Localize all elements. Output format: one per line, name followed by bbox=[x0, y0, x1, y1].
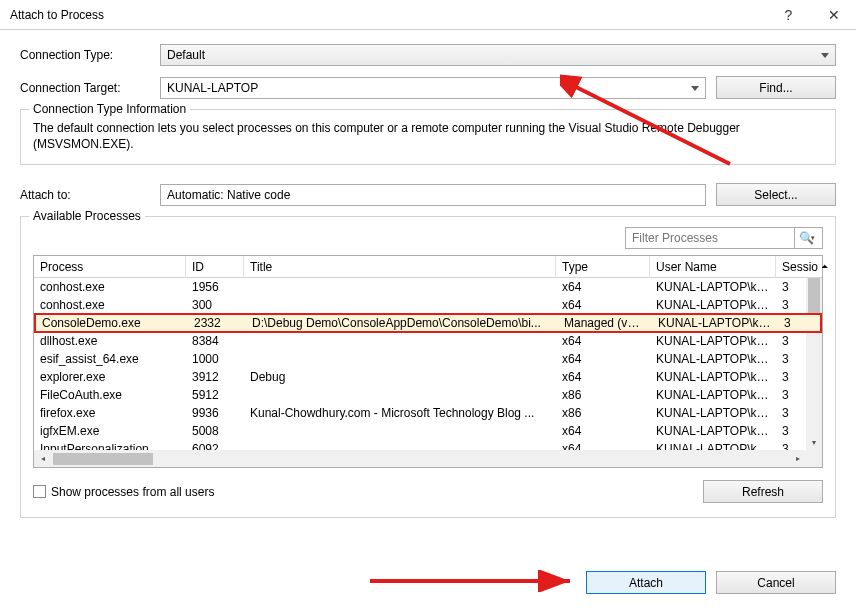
cell-user: KUNAL-LAPTOP\kunal bbox=[650, 424, 776, 438]
cell-type: x64 bbox=[556, 352, 650, 366]
cell-id: 5912 bbox=[186, 388, 244, 402]
table-row[interactable]: ConsoleDemo.exe2332D:\Debug Demo\Console… bbox=[34, 313, 822, 333]
connection-target-label: Connection Target: bbox=[20, 81, 160, 95]
cell-user: KUNAL-LAPTOP\kunal bbox=[650, 442, 776, 450]
table-row[interactable]: firefox.exe9936Kunal-Chowdhury.com - Mic… bbox=[34, 404, 822, 422]
help-button[interactable]: ? bbox=[766, 0, 811, 30]
table-row[interactable]: InputPersonalization6092x64KUNAL-LAPTOP\… bbox=[34, 440, 822, 450]
cell-type: x64 bbox=[556, 280, 650, 294]
attach-to-label: Attach to: bbox=[20, 188, 160, 202]
table-row[interactable]: igfxEM.exe5008x64KUNAL-LAPTOP\kunal3 bbox=[34, 422, 822, 440]
attach-button[interactable]: Attach bbox=[586, 571, 706, 594]
col-id[interactable]: ID bbox=[186, 256, 244, 278]
vertical-scrollbar[interactable]: ▾ bbox=[806, 278, 822, 450]
find-button[interactable]: Find... bbox=[716, 76, 836, 99]
table-header: Process ID Title Type User Name Sessio ⏶ bbox=[34, 256, 822, 278]
connection-type-info-group: Connection Type Information The default … bbox=[20, 109, 836, 165]
cell-user: KUNAL-LAPTOP\kunal bbox=[650, 406, 776, 420]
attach-to-value: Automatic: Native code bbox=[167, 188, 290, 202]
cell-process: conhost.exe bbox=[34, 280, 186, 294]
annotation-arrow-2 bbox=[370, 570, 580, 592]
col-user[interactable]: User Name bbox=[650, 256, 776, 278]
cell-process: esif_assist_64.exe bbox=[34, 352, 186, 366]
cell-type: x64 bbox=[556, 370, 650, 384]
scroll-down-icon[interactable]: ▾ bbox=[806, 434, 822, 450]
show-all-checkbox[interactable] bbox=[33, 485, 46, 498]
cell-type: x64 bbox=[556, 334, 650, 348]
table-body: conhost.exe1956x64KUNAL-LAPTOP\kunal3con… bbox=[34, 278, 822, 450]
cell-id: 8384 bbox=[186, 334, 244, 348]
cell-type: x86 bbox=[556, 388, 650, 402]
connection-type-combo[interactable]: Default bbox=[160, 44, 836, 66]
cell-title: D:\Debug Demo\ConsoleAppDemo\ConsoleDemo… bbox=[246, 316, 558, 330]
cell-process: ConsoleDemo.exe bbox=[36, 316, 188, 330]
table-row[interactable]: conhost.exe1956x64KUNAL-LAPTOP\kunal3 bbox=[34, 278, 822, 296]
filter-processes-input[interactable]: Filter Processes 🔍▾ bbox=[625, 227, 823, 249]
scroll-thumb-h[interactable] bbox=[53, 453, 153, 465]
select-button[interactable]: Select... bbox=[716, 183, 836, 206]
cell-user: KUNAL-LAPTOP\kunal bbox=[650, 334, 776, 348]
cell-type: Managed (v4.... bbox=[558, 316, 652, 330]
table-row[interactable]: FileCoAuth.exe5912x86KUNAL-LAPTOP\kunal3 bbox=[34, 386, 822, 404]
connection-target-value: KUNAL-LAPTOP bbox=[167, 81, 258, 95]
cell-process: firefox.exe bbox=[34, 406, 186, 420]
cell-type: x86 bbox=[556, 406, 650, 420]
available-processes-title: Available Processes bbox=[29, 209, 145, 223]
cell-user: KUNAL-LAPTOP\kunal bbox=[650, 298, 776, 312]
cell-process: conhost.exe bbox=[34, 298, 186, 312]
cell-process: InputPersonalization bbox=[34, 442, 186, 450]
cell-id: 1000 bbox=[186, 352, 244, 366]
cell-user: KUNAL-LAPTOP\kunal bbox=[650, 388, 776, 402]
col-session[interactable]: Sessio ⏶ bbox=[776, 256, 822, 278]
cell-id: 300 bbox=[186, 298, 244, 312]
titlebar: Attach to Process ? ✕ bbox=[0, 0, 856, 30]
cell-user: KUNAL-LAPTOP\kunal bbox=[652, 316, 778, 330]
cell-type: x64 bbox=[556, 424, 650, 438]
filter-placeholder: Filter Processes bbox=[632, 231, 790, 245]
process-table: Process ID Title Type User Name Sessio ⏶… bbox=[33, 255, 823, 468]
cancel-button[interactable]: Cancel bbox=[716, 571, 836, 594]
cell-process: explorer.exe bbox=[34, 370, 186, 384]
cell-id: 1956 bbox=[186, 280, 244, 294]
table-row[interactable]: dllhost.exe8384x64KUNAL-LAPTOP\kunal3 bbox=[34, 332, 822, 350]
cell-id: 6092 bbox=[186, 442, 244, 450]
cell-type: x64 bbox=[556, 298, 650, 312]
close-button[interactable]: ✕ bbox=[811, 0, 856, 30]
attach-to-value-box: Automatic: Native code bbox=[160, 184, 706, 206]
cell-id: 2332 bbox=[188, 316, 246, 330]
table-row[interactable]: esif_assist_64.exe1000x64KUNAL-LAPTOP\ku… bbox=[34, 350, 822, 368]
scroll-left-icon[interactable]: ◂ bbox=[34, 450, 51, 467]
cell-user: KUNAL-LAPTOP\kunal bbox=[650, 352, 776, 366]
cell-title: Kunal-Chowdhury.com - Microsoft Technolo… bbox=[244, 406, 556, 420]
cell-user: KUNAL-LAPTOP\kunal bbox=[650, 370, 776, 384]
cell-user: KUNAL-LAPTOP\kunal bbox=[650, 280, 776, 294]
cell-title: Debug bbox=[244, 370, 556, 384]
cell-type: x64 bbox=[556, 442, 650, 450]
connection-type-value: Default bbox=[167, 48, 205, 62]
connection-target-combo[interactable]: KUNAL-LAPTOP bbox=[160, 77, 706, 99]
refresh-button[interactable]: Refresh bbox=[703, 480, 823, 503]
col-process[interactable]: Process bbox=[34, 256, 186, 278]
col-title[interactable]: Title bbox=[244, 256, 556, 278]
connection-type-info-title: Connection Type Information bbox=[29, 102, 190, 116]
cell-session: 3 bbox=[778, 316, 816, 330]
chevron-up-icon: ⏶ bbox=[821, 262, 829, 271]
col-type[interactable]: Type bbox=[556, 256, 650, 278]
connection-type-label: Connection Type: bbox=[20, 48, 160, 62]
cell-id: 5008 bbox=[186, 424, 244, 438]
cell-process: igfxEM.exe bbox=[34, 424, 186, 438]
search-icon[interactable]: 🔍▾ bbox=[794, 228, 818, 248]
connection-type-info-text: The default connection lets you select p… bbox=[33, 120, 823, 152]
horizontal-scrollbar[interactable]: ◂ ▸ bbox=[34, 450, 822, 467]
show-all-label: Show processes from all users bbox=[51, 485, 214, 499]
cell-id: 9936 bbox=[186, 406, 244, 420]
scroll-right-icon[interactable]: ▸ bbox=[789, 450, 806, 467]
cell-process: FileCoAuth.exe bbox=[34, 388, 186, 402]
cell-process: dllhost.exe bbox=[34, 334, 186, 348]
cell-id: 3912 bbox=[186, 370, 244, 384]
table-row[interactable]: explorer.exe3912Debugx64KUNAL-LAPTOP\kun… bbox=[34, 368, 822, 386]
available-processes-group: Available Processes Filter Processes 🔍▾ … bbox=[20, 216, 836, 518]
window-title: Attach to Process bbox=[10, 8, 766, 22]
table-row[interactable]: conhost.exe300x64KUNAL-LAPTOP\kunal3 bbox=[34, 296, 822, 314]
